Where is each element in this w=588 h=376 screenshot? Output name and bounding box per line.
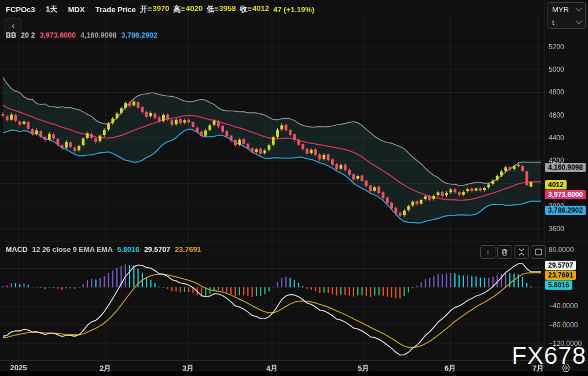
delete-pane-button[interactable]	[497, 245, 512, 259]
bb-upper-value: 4,160.9098	[80, 31, 117, 39]
ohlc-close: 收=4012	[240, 4, 269, 14]
chart-canvas[interactable]	[0, 0, 545, 371]
bb-lower-value: 3,786.2902	[122, 31, 158, 39]
macd-line-value: 29.5707	[144, 246, 170, 254]
bb-params: 20 2	[21, 31, 35, 39]
ohlc-low: 低=3958	[207, 4, 236, 14]
trading-chart-app: FCPOc3 · 1天 · MDX · Trade Price 开=3970 高…	[0, 0, 588, 376]
currency-select[interactable]: MYR	[548, 3, 585, 16]
separator-dot: ·	[39, 5, 42, 14]
interval-label[interactable]: 1天	[46, 4, 57, 14]
price-tick-label: 5200	[549, 43, 564, 51]
price-badge-bb-lower: 3,786.2902	[545, 206, 586, 215]
symbol-header: FCPOc3 · 1天 · MDX · Trade Price 开=3970 高…	[6, 4, 314, 14]
chevron-left-icon: ‹	[12, 21, 14, 30]
macd-badge-histogram: 5.8016	[545, 280, 572, 290]
time-axis-border	[0, 360, 588, 361]
macd-tick-label: −80.0000	[549, 321, 578, 329]
unit-select[interactable]: t	[548, 16, 585, 28]
trash-icon	[501, 249, 508, 256]
pane-toolbar: ↑	[480, 245, 546, 259]
price-badge-bb-upper: 4,160.9098	[545, 163, 586, 172]
ohlc-open: 开=3970	[140, 4, 170, 14]
separator-dot: ·	[89, 5, 91, 14]
macd-tick-label: −40.0000	[549, 302, 578, 310]
symbol-name[interactable]: FCPOc3	[6, 5, 35, 14]
price-tick-label: 4400	[549, 134, 564, 142]
price-tick-label: 3600	[549, 225, 564, 233]
bb-basis-value: 3,973.6000	[39, 31, 76, 39]
macd-params: 12 26 close 9 EMA EMA	[32, 246, 113, 254]
time-label-3月: 3月	[182, 363, 194, 374]
time-label-6月: 6月	[444, 363, 456, 374]
maximize-pane-button[interactable]	[531, 245, 546, 259]
price-tick-label: 4600	[549, 111, 564, 119]
collapse-pane-icon	[518, 248, 525, 256]
bb-legend[interactable]: BB 20 2 3,973.6000 4,160.9098 3,786.2902	[6, 31, 157, 39]
currency-value: MYR	[552, 5, 569, 14]
move-pane-up-button[interactable]: ↑	[480, 245, 495, 259]
macd-hist-value: 5.8016	[117, 246, 139, 254]
time-label-5月: 5月	[358, 363, 369, 374]
price-badge-bb-basis: 3,973.6000	[545, 190, 586, 199]
ohlc-high: 高=4020	[173, 4, 203, 14]
collapse-pane-button[interactable]	[514, 245, 529, 259]
unit-selector-box: MYR t	[547, 2, 586, 29]
macd-legend[interactable]: MACD 12 26 close 9 EMA EMA 5.8016 29.570…	[6, 246, 201, 254]
time-label-4月: 4月	[266, 363, 278, 374]
chevron-down-icon	[575, 17, 582, 24]
separator-dot: ·	[61, 5, 64, 14]
fx678-watermark: FX678	[512, 344, 586, 368]
price-tick-label: 5000	[549, 65, 564, 74]
time-label-2月: 2月	[100, 363, 111, 374]
bb-title: BB	[6, 31, 16, 39]
pane-separator[interactable]	[0, 242, 588, 242]
macd-tick-label: 80.0000	[549, 246, 574, 254]
price-badge-last-price: 4012	[545, 180, 567, 189]
macd-title: MACD	[6, 246, 28, 254]
price-type-label: Trade Price	[95, 5, 136, 14]
time-label-2025: 2025	[10, 363, 27, 372]
bottom-strip	[0, 371, 588, 376]
price-change: 47 (+1.19%)	[273, 5, 314, 14]
maximize-pane-icon	[535, 249, 542, 255]
arrow-up-icon: ↑	[486, 248, 490, 257]
unit-value: t	[552, 18, 554, 27]
macd-histogram	[2, 264, 532, 298]
macd-badge-signal-line: 23.7691	[545, 271, 576, 280]
chevron-down-icon	[575, 5, 582, 11]
back-button[interactable]: ‹	[5, 19, 21, 32]
price-tick-label: 4800	[549, 88, 564, 96]
macd-signal-value: 23.7691	[175, 246, 201, 254]
macd-badge-macd-line: 29.5707	[545, 261, 576, 270]
exchange-label: MDX	[68, 5, 85, 14]
